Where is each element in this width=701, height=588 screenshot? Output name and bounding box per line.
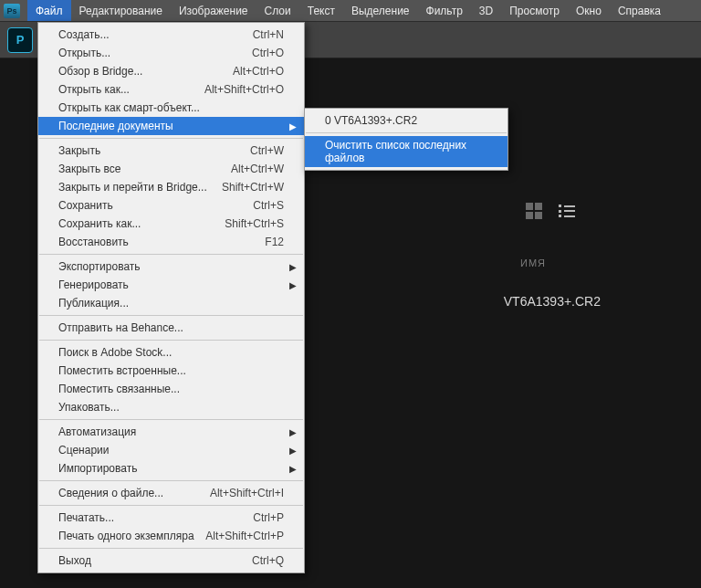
menu-item[interactable]: Сведения о файле...Alt+Shift+Ctrl+I: [38, 484, 304, 502]
menubar-item-изображение[interactable]: Изображение: [171, 0, 256, 21]
menu-separator: [39, 340, 303, 341]
menu-item[interactable]: ВыходCtrl+Q: [38, 551, 304, 570]
menu-item[interactable]: Открыть...Ctrl+O: [38, 44, 304, 62]
file-menu-dropdown: Создать...Ctrl+NОткрыть...Ctrl+OОбзор в …: [37, 22, 305, 573]
menubar-item-слои[interactable]: Слои: [256, 0, 299, 21]
submenu-item[interactable]: 0 VT6A1393+.CR2: [305, 111, 507, 130]
menu-item[interactable]: Поиск в Adobe Stock...: [38, 343, 304, 362]
recent-documents-submenu: 0 VT6A1393+.CR2Очистить список последних…: [304, 108, 508, 171]
menu-separator: [39, 548, 303, 549]
submenu-item[interactable]: Очистить список последних файлов: [305, 136, 507, 167]
menu-item[interactable]: Печатать...Ctrl+P: [38, 509, 304, 527]
menu-item[interactable]: ЗакрытьCtrl+W: [38, 142, 304, 160]
menu-separator: [39, 480, 303, 481]
chevron-right-icon: ▶: [289, 446, 297, 456]
menubar-item-справка[interactable]: Справка: [610, 0, 669, 21]
grid-view-icon[interactable]: [526, 203, 542, 219]
menubar-item-фильтр[interactable]: Фильтр: [418, 0, 471, 21]
menu-separator: [39, 505, 303, 506]
recent-file-entry[interactable]: VT6A1393+.CR2: [504, 294, 601, 309]
menu-item[interactable]: СохранитьCtrl+S: [38, 196, 304, 215]
menu-item[interactable]: Генерировать▶: [38, 276, 304, 294]
menubar-item-файл[interactable]: Файл: [27, 0, 71, 21]
chevron-right-icon: ▶: [289, 121, 297, 131]
menubar-item-редактирование[interactable]: Редактирование: [71, 0, 171, 21]
menu-item[interactable]: Сценарии▶: [38, 441, 304, 459]
menu-item[interactable]: Экспортировать▶: [38, 257, 304, 276]
menu-item[interactable]: ВосстановитьF12: [38, 233, 304, 251]
menu-item[interactable]: Закрыть и перейти в Bridge...Shift+Ctrl+…: [38, 178, 304, 196]
menu-item[interactable]: Печать одного экземпляраAlt+Shift+Ctrl+P: [38, 527, 304, 545]
menubar-item-просмотр[interactable]: Просмотр: [501, 0, 568, 21]
menu-item[interactable]: Закрыть всеAlt+Ctrl+W: [38, 160, 304, 178]
menu-item[interactable]: Поместить связанные...: [38, 380, 304, 398]
menu-item[interactable]: Автоматизация▶: [38, 423, 304, 441]
chevron-right-icon: ▶: [289, 280, 297, 290]
menu-separator: [39, 138, 303, 139]
menu-item[interactable]: Упаковать...: [38, 398, 304, 416]
menubar-item-текст[interactable]: Текст: [299, 0, 343, 21]
menu-item[interactable]: Последние документы▶: [38, 117, 304, 135]
menu-item[interactable]: Импортировать▶: [38, 459, 304, 478]
chevron-right-icon: ▶: [289, 262, 297, 272]
view-switch: [526, 203, 575, 219]
list-view-icon[interactable]: [559, 205, 575, 217]
menu-item[interactable]: Открыть как смарт-объект...: [38, 99, 304, 117]
menu-separator: [39, 315, 303, 316]
menu-item[interactable]: Сохранить как...Shift+Ctrl+S: [38, 215, 304, 233]
ps-badge-icon: Ps: [4, 4, 20, 18]
ps-logo-icon: P: [7, 27, 33, 53]
chevron-right-icon: ▶: [289, 464, 297, 474]
menubar-item-выделение[interactable]: Выделение: [343, 0, 418, 21]
chevron-right-icon: ▶: [289, 427, 297, 437]
menu-separator: [39, 419, 303, 420]
menu-item[interactable]: Обзор в Bridge...Alt+Ctrl+O: [38, 62, 304, 80]
menu-item[interactable]: Публикация...: [38, 294, 304, 312]
column-header-name: ИМЯ: [520, 257, 546, 268]
menu-item[interactable]: Создать...Ctrl+N: [38, 26, 304, 44]
menu-item[interactable]: Отправить на Behance...: [38, 319, 304, 337]
menubar-item-окно[interactable]: Окно: [568, 0, 610, 21]
menu-item[interactable]: Открыть как...Alt+Shift+Ctrl+O: [38, 80, 304, 99]
menubar-item-3d[interactable]: 3D: [471, 0, 501, 21]
menubar: Ps ФайлРедактированиеИзображениеСлоиТекс…: [0, 0, 701, 22]
menu-item[interactable]: Поместить встроенные...: [38, 362, 304, 380]
menu-separator: [39, 254, 303, 255]
menu-separator: [306, 132, 507, 133]
